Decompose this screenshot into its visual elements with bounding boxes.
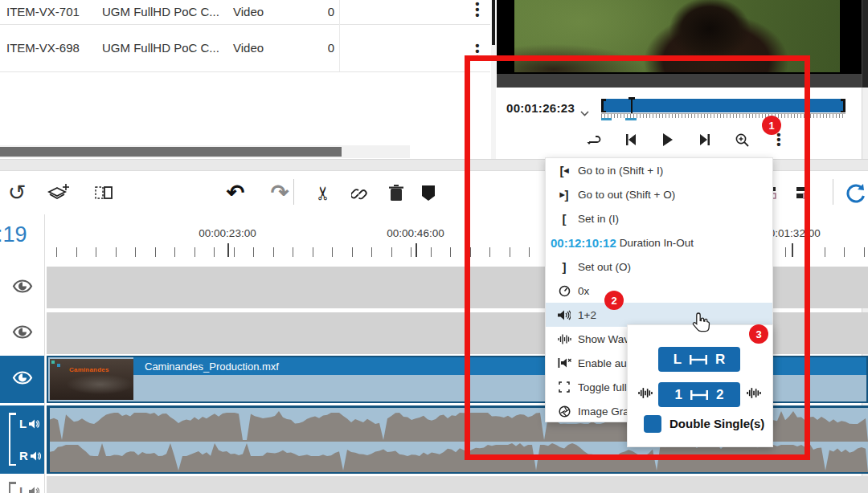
go-to-out-icon: ▶] xyxy=(554,188,575,202)
player-seekbar[interactable] xyxy=(601,99,845,112)
add-layer-icon[interactable] xyxy=(47,181,71,205)
waveform-icon[interactable] xyxy=(747,387,761,401)
menu-item-set-in[interactable]: [ Set in (I) xyxy=(546,206,772,230)
menu-item-speed[interactable]: 0x xyxy=(546,279,772,303)
channel-letter: R xyxy=(715,352,725,368)
skip-to-out-icon[interactable] xyxy=(696,131,714,149)
skip-to-in-icon[interactable] xyxy=(622,131,640,149)
visibility-eye-icon[interactable] xyxy=(12,324,33,343)
toolbar-divider xyxy=(833,179,833,205)
menu-item-label: Enable au xyxy=(578,357,627,369)
channel-letter: L xyxy=(674,352,682,368)
flag-marker-icon[interactable] xyxy=(416,181,440,205)
kebab-menu-icon[interactable]: ••• xyxy=(469,1,485,18)
waveform-right xyxy=(50,443,868,472)
fullscreen-icon xyxy=(554,381,575,393)
track-header xyxy=(0,267,44,308)
visibility-eye-icon[interactable] xyxy=(12,279,33,297)
channel-group-bracket xyxy=(9,413,15,466)
player-timecode[interactable]: 00:01:26:23 xyxy=(506,101,575,115)
lr-channel-button[interactable]: L R xyxy=(658,347,740,372)
play-icon[interactable] xyxy=(659,131,677,149)
audio-track-header: L R xyxy=(0,405,44,474)
menu-item-go-to-in[interactable]: [◀ Go to in (Shift + I) xyxy=(546,158,772,182)
video-frame xyxy=(514,0,840,72)
vertical-scrollbar-thumb[interactable] xyxy=(492,0,495,45)
menu-item-set-out[interactable]: ] Set out (O) xyxy=(546,255,772,279)
duration-timecode: 00:12:10:12 xyxy=(551,236,616,250)
annotation-badge-3: 3 xyxy=(749,324,768,344)
item-id: ITEM-VX-701 xyxy=(6,5,99,18)
menu-item-audio-channels[interactable]: 1+2 xyxy=(546,303,772,327)
kebab-menu-icon[interactable]: ••• xyxy=(469,43,485,59)
next-track-lane[interactable] xyxy=(47,476,868,493)
zoom-in-icon[interactable] xyxy=(733,131,751,149)
channel-letter: L xyxy=(19,417,27,430)
next-audio-track-header: L xyxy=(0,476,44,493)
undo-icon[interactable]: ↶ xyxy=(223,181,248,205)
channel-number: 1 xyxy=(675,387,682,403)
go-to-in-icon: [◀ xyxy=(554,164,575,177)
row-separator xyxy=(0,71,490,72)
track-layout-alt-icon[interactable] xyxy=(791,181,815,205)
menu-item-label: Duration In-Out xyxy=(620,237,694,249)
table-row[interactable]: ITEM-VX-698 UGM FullHD PoC C... Video 0 … xyxy=(0,25,492,71)
item-title: UGM FullHD PoC C... xyxy=(102,41,231,55)
loop-icon[interactable] xyxy=(585,131,603,149)
player-controls: 00:01:26:23 xyxy=(497,88,862,159)
transport-controls: ••• xyxy=(585,126,850,153)
menu-item-label: Go to in (Shift + I) xyxy=(578,165,663,177)
ibeam-link-icon xyxy=(690,390,708,400)
player-chrome-bar xyxy=(497,74,862,88)
menu-item-duration[interactable]: 00:12:10:12 Duration In-Out xyxy=(546,230,772,255)
redo-icon[interactable]: ↷ xyxy=(268,181,292,205)
menu-item-go-to-out[interactable]: ▶] Go to out (Shift + O) xyxy=(546,182,772,206)
seekbar-ruler xyxy=(601,113,845,118)
menu-item-label: Set out (O) xyxy=(578,261,631,273)
seekbar-in-bracket xyxy=(601,99,604,112)
menu-item-label: Go to out (Shift + O) xyxy=(578,189,675,201)
aperture-icon xyxy=(554,405,575,418)
refresh-icon[interactable]: ↺ xyxy=(5,181,29,205)
visibility-eye-icon[interactable] xyxy=(12,370,33,389)
ruler-label: 00:00:46:00 xyxy=(387,227,444,239)
link-icon[interactable] xyxy=(348,181,372,205)
marker-dash xyxy=(601,118,612,120)
item-id: ITEM-VX-698 xyxy=(6,41,99,55)
audio-channel-submenu: L R 1 2 Double Single(s) xyxy=(627,324,773,447)
playhead-marker[interactable] xyxy=(631,97,633,114)
channel-label-right[interactable]: R xyxy=(19,449,41,462)
right-panel-edge xyxy=(862,0,868,88)
channel-label-left[interactable]: L xyxy=(19,484,39,493)
annotation-badge-1: 1 xyxy=(762,116,781,135)
horizontal-scrollbar-thumb[interactable] xyxy=(0,147,342,157)
column-separator xyxy=(339,0,340,71)
video-viewport xyxy=(497,0,862,74)
split-clip-icon[interactable] xyxy=(92,181,116,205)
thumbnail-artifact xyxy=(57,364,60,367)
delete-icon[interactable] xyxy=(384,181,408,205)
menu-item-label: Toggle fulls xyxy=(578,381,633,393)
track-header-selected xyxy=(0,356,44,403)
waveform-icon[interactable] xyxy=(638,387,653,401)
double-singles-label: Double Single(s) xyxy=(669,417,764,430)
menu-item-label: Set in (I) xyxy=(578,213,619,225)
chevron-down-icon[interactable] xyxy=(580,105,589,120)
clip-name: Caminandes_Production.mxf xyxy=(145,361,279,373)
item-count: 0 xyxy=(281,5,334,18)
numbered-channel-button[interactable]: 1 2 xyxy=(658,382,740,407)
cut-icon[interactable]: ✂ xyxy=(312,181,336,205)
menu-item-label: Image Gra xyxy=(578,405,629,418)
timeline-timecode-partial: :19 xyxy=(0,222,27,247)
waveform-icon xyxy=(554,334,575,344)
speaker-icon xyxy=(31,451,41,461)
speaker-icon xyxy=(554,310,575,320)
speaker-icon xyxy=(29,487,39,493)
refresh-blue-icon[interactable] xyxy=(844,181,868,205)
channel-label-left[interactable]: L xyxy=(19,417,39,430)
ruler-label: 00:00:23:00 xyxy=(199,227,256,239)
table-row[interactable]: ITEM-VX-701 UGM FullHD PoC C... Video 0 … xyxy=(0,0,492,23)
toolbar-divider xyxy=(293,179,294,205)
set-out-icon: ] xyxy=(554,260,575,274)
double-singles-checkbox[interactable] xyxy=(644,415,661,433)
